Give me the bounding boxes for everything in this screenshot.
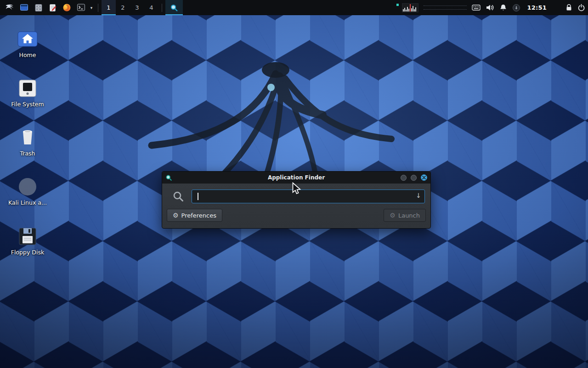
panel-separator [98, 4, 98, 12]
desktop-icon-label: Home [4, 52, 51, 58]
clock[interactable]: 12:51 [527, 4, 547, 11]
desktop-icon-label: File System [4, 101, 51, 108]
launcher-dropdown-chevron-icon[interactable]: ▾ [88, 0, 95, 15]
firefox-icon[interactable] [60, 0, 74, 15]
trash-bin-icon [17, 127, 38, 147]
floppy-disk-icon [18, 227, 37, 246]
workspace-button-2[interactable]: 2 [116, 0, 130, 15]
workspace-button-1[interactable]: 1 [102, 0, 116, 15]
search-entry: ↓ [192, 190, 425, 203]
desktop-icon-trash[interactable]: Trash [4, 123, 51, 157]
workspace-button-4[interactable]: 4 [144, 0, 158, 15]
titlebar[interactable]: Application Finder [162, 172, 430, 184]
terminal-icon[interactable] [74, 0, 88, 15]
launch-button[interactable]: ⚙ Launch [384, 209, 426, 222]
home-folder-icon [17, 29, 38, 49]
system-tray-graph [424, 3, 467, 13]
workspace-button-3[interactable]: 3 [130, 0, 144, 15]
desktop-icon-file-system[interactable]: File System [4, 74, 51, 108]
desktop-icon-label: Floppy Disk [4, 249, 51, 256]
launch-label: Launch [398, 212, 420, 219]
network-icon[interactable] [512, 0, 520, 15]
kali-menu-icon[interactable] [3, 0, 17, 15]
finder-body: ↓ ⚙ Preferences ⚙ Launch [162, 184, 430, 228]
notifications-bell-icon[interactable] [499, 0, 507, 15]
kali-docs-icon [17, 176, 38, 196]
minimize-button[interactable] [401, 175, 407, 181]
graph-indicator [396, 4, 399, 6]
desktop-icon-kali-linux[interactable]: Kali Linux a... [4, 172, 51, 206]
window-launcher-icon[interactable] [17, 0, 31, 15]
launch-gear-icon: ⚙ [390, 212, 396, 218]
desktop-icon-label: Kali Linux a... [4, 199, 51, 206]
close-button[interactable] [421, 174, 427, 181]
preferences-label: Preferences [181, 212, 216, 219]
close-icon [422, 176, 426, 179]
window-title: Application Finder [162, 174, 430, 181]
desktop-icon-home[interactable]: Home [4, 25, 51, 58]
desktop: ▾ 1 2 3 4 [0, 0, 588, 368]
expand-arrow-icon[interactable]: ↓ [416, 192, 421, 199]
maximize-button[interactable] [411, 175, 417, 181]
preferences-button[interactable]: ⚙ Preferences [167, 209, 222, 222]
logout-icon[interactable] [577, 0, 585, 15]
desktop-icon-label: Trash [4, 150, 51, 157]
cpu-graph[interactable] [402, 3, 418, 12]
search-input[interactable] [192, 190, 425, 203]
screen-lock-icon[interactable] [565, 0, 572, 15]
magnifier-icon [170, 4, 178, 12]
application-finder-window: Application Finder [162, 171, 431, 229]
keyboard-icon[interactable] [472, 0, 481, 15]
taskbar-application-finder-button[interactable] [165, 0, 183, 15]
drive-icon [17, 79, 38, 98]
search-icon [172, 190, 184, 202]
volume-icon[interactable] [486, 0, 494, 15]
gear-icon: ⚙ [173, 212, 179, 218]
application-finder-icon [165, 174, 172, 181]
text-editor-icon[interactable] [45, 0, 60, 15]
file-manager-icon[interactable] [31, 0, 45, 15]
desktop-icon-floppy-disk[interactable]: Floppy Disk [4, 222, 51, 256]
top-panel: ▾ 1 2 3 4 [0, 0, 588, 15]
panel-separator [162, 4, 162, 12]
